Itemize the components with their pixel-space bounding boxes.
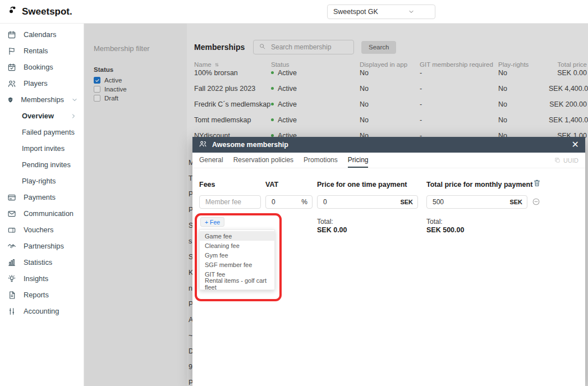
monthly-total-value: SEK 500.00 bbox=[426, 226, 464, 234]
member-fee-input[interactable] bbox=[204, 197, 256, 206]
fees-column-label: Fees bbox=[199, 181, 215, 189]
sidebar-item-memberships[interactable]: Memberships bbox=[0, 91, 84, 108]
sidebar-item-label: Statistics bbox=[24, 258, 52, 266]
sidebar-item-payments[interactable]: Payments bbox=[0, 189, 84, 205]
sidebar-item-label: Overview bbox=[22, 112, 54, 120]
sidebar-item-play-rights[interactable]: Play-rights bbox=[0, 173, 84, 189]
sidebar-item-calendars[interactable]: Calendars bbox=[0, 26, 84, 43]
sweetspot-logo: Sweetspot. bbox=[8, 5, 72, 18]
monthly-total-label: Total: bbox=[426, 218, 443, 226]
partnerships-icon bbox=[7, 242, 16, 251]
sidebar-item-label: Players bbox=[24, 79, 48, 88]
monthly-price-field: SEK bbox=[426, 195, 527, 209]
close-icon[interactable]: ✕ bbox=[572, 140, 579, 149]
tab-promotions[interactable]: Promotions bbox=[304, 153, 338, 168]
tab-general[interactable]: General bbox=[199, 153, 223, 168]
one-time-column-label: Price for one time payment bbox=[317, 181, 407, 189]
insights-icon bbox=[7, 274, 16, 283]
reports-icon bbox=[7, 291, 16, 300]
remove-row-icon[interactable] bbox=[532, 197, 540, 206]
member-fee-field bbox=[199, 195, 261, 209]
bookings-icon bbox=[7, 63, 16, 72]
monthly-column-label: Total price for monthly payment bbox=[426, 181, 532, 189]
sidebar-item-label: Partnerships bbox=[24, 242, 64, 250]
chevron-down-icon bbox=[408, 8, 415, 15]
chevron-down-icon bbox=[71, 96, 78, 103]
sek-suffix: SEK bbox=[509, 199, 522, 205]
sidebar: CalendarsRentalsBookingsPlayersMembershi… bbox=[0, 23, 84, 386]
top-bar: Sweetspot. Sweetspot GK bbox=[0, 0, 588, 24]
one-time-price-field: SEK bbox=[317, 195, 418, 209]
tab-reservation-policies[interactable]: Reservation policies bbox=[233, 153, 293, 168]
trash-icon bbox=[532, 178, 541, 187]
vat-field: % bbox=[265, 195, 313, 209]
membership-modal: Awesome membership ✕ GeneralReservation … bbox=[192, 137, 585, 386]
vat-input[interactable] bbox=[270, 197, 298, 206]
add-fee-button[interactable]: + Fee bbox=[200, 217, 224, 227]
uuid-button-label: UUID bbox=[563, 157, 578, 164]
sweetspot-logo-icon bbox=[8, 5, 18, 18]
tab-pricing[interactable]: Pricing bbox=[348, 153, 369, 168]
fee-option-rental-items-golf-cart-fleet[interactable]: Rental items - golf cart fleet bbox=[200, 279, 274, 288]
payments-icon bbox=[7, 193, 16, 202]
fee-option-cleaning-fee[interactable]: Cleaning fee bbox=[200, 241, 274, 250]
one-time-total-value: SEK 0.00 bbox=[317, 226, 347, 234]
delete-fee-row-button[interactable] bbox=[532, 178, 541, 187]
modal-header: Awesome membership ✕ bbox=[192, 137, 585, 153]
communication-icon bbox=[7, 209, 16, 218]
rentals-icon bbox=[7, 47, 16, 56]
minus-circle-icon bbox=[532, 197, 540, 206]
sidebar-item-rentals[interactable]: Rentals bbox=[0, 43, 84, 59]
statistics-icon bbox=[7, 258, 16, 267]
sidebar-item-label: Import invites bbox=[22, 144, 65, 153]
sidebar-item-label: Insights bbox=[24, 274, 48, 283]
sidebar-item-label: Bookings bbox=[24, 63, 53, 71]
people-icon bbox=[199, 140, 207, 148]
sidebar-item-pending-invites[interactable]: Pending invites bbox=[0, 157, 84, 173]
sidebar-item-partnerships[interactable]: Partnerships bbox=[0, 238, 84, 254]
sweetspot-logo-text: Sweetspot. bbox=[22, 6, 72, 17]
sidebar-item-accounting[interactable]: Accounting bbox=[0, 303, 84, 319]
logo-mark bbox=[8, 5, 18, 15]
sidebar-item-statistics[interactable]: Statistics bbox=[0, 254, 84, 270]
percent-suffix: % bbox=[301, 198, 307, 206]
sidebar-item-insights[interactable]: Insights bbox=[0, 270, 84, 287]
modal-tab-bar: GeneralReservation policiesPromotionsPri… bbox=[192, 153, 585, 168]
sidebar-item-players[interactable]: Players bbox=[0, 75, 84, 91]
sidebar-item-label: Failed payments bbox=[22, 128, 75, 136]
club-selector-value: Sweetspot GK bbox=[333, 8, 378, 16]
monthly-price-input[interactable] bbox=[431, 197, 506, 206]
sidebar-item-label: Vouchers bbox=[24, 226, 53, 234]
app-root: Sweetspot. Sweetspot GK CalendarsRentals… bbox=[0, 0, 588, 386]
sidebar-item-label: Accounting bbox=[24, 307, 59, 315]
calendars-icon bbox=[7, 30, 16, 39]
sidebar-item-bookings[interactable]: Bookings bbox=[0, 59, 84, 75]
one-time-price-input[interactable] bbox=[322, 197, 397, 206]
fee-option-game-fee[interactable]: Game fee bbox=[200, 231, 274, 241]
fee-option-gym-fee[interactable]: Gym fee bbox=[200, 250, 274, 260]
sidebar-item-label: Reports bbox=[24, 291, 49, 299]
sidebar-item-failed-payments[interactable]: Failed payments bbox=[0, 124, 84, 140]
modal-title: Awesome membership bbox=[212, 141, 288, 149]
sidebar-item-label: Pending invites bbox=[22, 160, 71, 169]
players-icon bbox=[7, 79, 16, 88]
uuid-button[interactable]: UUID bbox=[554, 157, 578, 164]
club-selector-dropdown[interactable]: Sweetspot GK bbox=[327, 4, 435, 19]
accounting-icon bbox=[7, 307, 16, 316]
sidebar-item-label: Rentals bbox=[24, 47, 48, 55]
sidebar-item-reports[interactable]: Reports bbox=[0, 287, 84, 303]
memberships-icon bbox=[7, 95, 13, 104]
one-time-total-label: Total: bbox=[317, 218, 333, 226]
sidebar-item-import-invites[interactable]: Import invites bbox=[0, 140, 84, 157]
sidebar-item-overview[interactable]: Overview bbox=[0, 108, 84, 124]
vat-column-label: VAT bbox=[265, 181, 278, 189]
chevron-right-icon bbox=[70, 113, 77, 120]
sidebar-item-label: Payments bbox=[24, 193, 56, 201]
fee-type-dropdown: Game feeCleaning feeGym feeSGF member fe… bbox=[199, 229, 275, 290]
sek-suffix: SEK bbox=[400, 199, 413, 205]
vouchers-icon bbox=[7, 226, 16, 235]
sidebar-item-vouchers[interactable]: Vouchers bbox=[0, 222, 84, 238]
sidebar-item-label: Calendars bbox=[24, 30, 56, 39]
sidebar-item-communication[interactable]: Communication bbox=[0, 205, 84, 222]
fee-option-sgf-member-fee[interactable]: SGF member fee bbox=[200, 260, 274, 269]
